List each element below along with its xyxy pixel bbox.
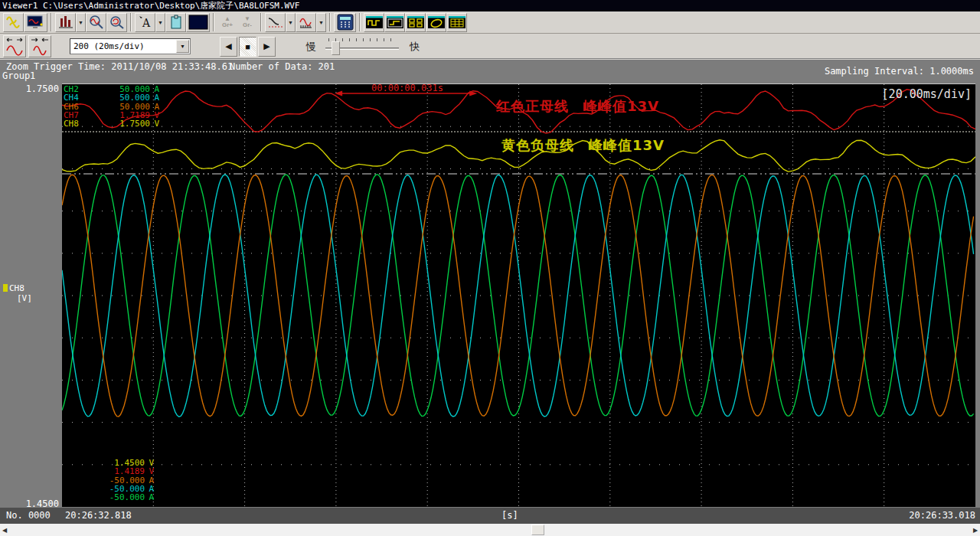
sampling-interval: Sampling Interval: 1.0000ms <box>825 66 974 77</box>
timebase-dropdown-arrow[interactable]: ▼ <box>176 40 189 53</box>
color-swatch-button[interactable] <box>186 13 210 32</box>
view-quad-icon <box>407 15 425 30</box>
group-down-label: Gr- <box>243 22 252 28</box>
toolbar-separator <box>260 13 262 31</box>
measure-annotation: 00:00:00.031s <box>371 83 442 93</box>
channel-scale-list: CH250.000A CH450.000A CH650.000A CH71.71… <box>64 85 159 128</box>
yellow-bus-annotation: 黄色负母线 峰峰值13V <box>501 136 665 155</box>
timebase-select[interactable]: 200 (20ms/div) ▼ <box>70 38 191 54</box>
clipboard-icon <box>168 15 184 30</box>
annotation-dropdown[interactable]: ▼ <box>155 13 165 32</box>
stop-button[interactable]: ■ <box>239 37 256 57</box>
reference-channel-name: CH8 <box>9 283 24 293</box>
play-forward-button[interactable]: ▶ <box>258 37 276 57</box>
wave-expand-icon <box>5 37 24 56</box>
bar-display-icon <box>58 15 74 30</box>
window-titlebar: Viewer1 C:\Users\Administrator\Desktop\唐… <box>0 0 980 11</box>
channel-color-swatch <box>3 284 8 292</box>
group-up-button[interactable]: ▲ Gr+ <box>217 12 237 32</box>
playback-controls: ◀ ■ ▶ <box>220 37 276 57</box>
calculator-button[interactable] <box>334 13 356 32</box>
group-up-label: Gr+ <box>222 22 233 28</box>
view-xy-button[interactable] <box>426 13 446 32</box>
annotation-text-button[interactable]: A <box>135 13 155 32</box>
zoom-refresh-button[interactable] <box>106 13 127 32</box>
group-label: Group1 <box>2 70 35 81</box>
toolbar-separator <box>359 13 361 31</box>
annotation-text-icon: A <box>138 15 153 30</box>
value-row: 1.4189V <box>64 467 154 476</box>
view-list-icon <box>448 15 466 30</box>
info-bar: Zoom Trigger Time: 2011/10/08 21:33:48.6… <box>0 60 980 81</box>
horizontal-scrollbar[interactable]: ◀ ▶ <box>0 524 980 536</box>
svg-text:A: A <box>142 17 151 29</box>
toolbar-separator <box>130 13 132 31</box>
speed-slider[interactable] <box>322 37 402 57</box>
main-toolbar: ▼ A ▼ ▲ Gr+ <box>0 11 980 34</box>
view-xy-icon <box>427 15 446 30</box>
y-axis-top-label: 1.7500 <box>0 83 59 94</box>
scroll-right-arrow[interactable]: ▶ <box>971 525 980 534</box>
zoom-search-icon <box>88 15 105 30</box>
color-swatch-icon <box>188 15 208 30</box>
view-split-icon <box>386 15 404 30</box>
zoom-search-button[interactable] <box>86 13 106 32</box>
waveform-file-button[interactable] <box>3 13 24 32</box>
time-per-div-label: [20.00ms/div] <box>882 87 972 101</box>
cursor-wave-icon <box>267 15 284 30</box>
record-number: No. 0000 <box>6 508 51 524</box>
scroll-left-arrow[interactable]: ◀ <box>0 525 9 534</box>
channel-min-list: 1.4500V 1.4189V -50.000A -50.000A -50.00… <box>64 459 154 502</box>
status-bar: No. 0000 20:26:32.818 [s] 20:26:33.018 <box>0 508 980 524</box>
slider-thumb[interactable] <box>332 41 340 55</box>
window-start-time: 20:26:32.818 <box>65 508 132 524</box>
zoom-refresh-icon <box>109 15 126 30</box>
window-end-time: 20:26:33.018 <box>909 508 975 524</box>
display-monitor-icon <box>26 15 46 30</box>
window-title: Viewer1 C:\Users\Administrator\Desktop\唐… <box>2 1 299 11</box>
view-waveform-button[interactable] <box>364 13 384 32</box>
view-quad-button[interactable] <box>405 13 426 32</box>
toolbar-separator <box>51 13 52 31</box>
view-split-button[interactable] <box>384 13 405 32</box>
channel-row: CH81.7500V <box>64 119 159 128</box>
measure-wave-icon <box>298 15 315 30</box>
wave-compress-button[interactable] <box>28 35 51 57</box>
measure-wave-dropdown[interactable]: ▼ <box>316 13 326 32</box>
plot-canvas[interactable]: CH250.000A CH450.000A CH650.000A CH71.71… <box>62 83 975 507</box>
waveform-file-icon <box>5 15 22 30</box>
speed-slow-label: 慢 <box>306 40 316 54</box>
value-row: -50.000A <box>64 493 154 502</box>
speed-fast-label: 快 <box>410 40 420 54</box>
play-reverse-button[interactable]: ◀ <box>220 37 237 57</box>
playback-toolbar: 200 (20ms/div) ▼ ◀ ■ ▶ 慢 快 <box>0 34 980 59</box>
clipboard-button[interactable] <box>165 13 186 32</box>
waveform-workspace: 1.7500 1.4500 CH8 [V] CH250.000A CH450.0… <box>0 81 980 508</box>
measure-wave-button[interactable] <box>296 13 316 32</box>
cursor-wave-button[interactable] <box>265 13 286 32</box>
calculator-icon <box>336 14 354 31</box>
number-of-data: Number of Data: 201 <box>230 61 335 72</box>
scrollbar-thumb[interactable] <box>531 525 544 535</box>
display-settings-button[interactable] <box>24 13 47 32</box>
view-list-button[interactable] <box>446 13 467 32</box>
reference-channel-unit: [V] <box>3 293 32 303</box>
cursor-wave-dropdown[interactable]: ▼ <box>286 13 296 32</box>
group-down-button[interactable]: ▼ Gr- <box>237 12 257 32</box>
toolbar-separator <box>329 13 331 31</box>
bar-display-dropdown[interactable]: ▼ <box>76 13 86 32</box>
channel-row: CH450.000A <box>64 93 159 102</box>
timebase-value: 200 (20ms/div) <box>70 41 176 51</box>
bar-display-button[interactable] <box>55 13 76 32</box>
zoom-trigger-time: Zoom Trigger Time: 2011/10/08 21:33:48.6… <box>6 61 233 72</box>
toolbar-separator <box>213 13 214 31</box>
x-axis-unit: [s] <box>501 508 518 524</box>
wave-compress-icon <box>30 37 50 56</box>
wave-expand-button[interactable] <box>3 35 26 57</box>
red-bus-annotation: 红色正母线 峰峰值13V <box>496 97 659 116</box>
reference-channel-label: CH8 [V] <box>3 283 32 303</box>
view-waveform-icon <box>365 15 384 30</box>
